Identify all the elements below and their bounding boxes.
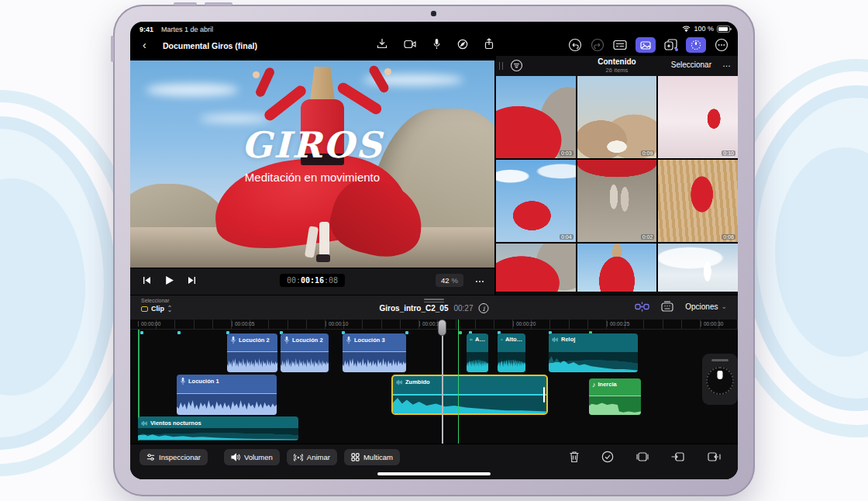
more-icon[interactable] — [715, 38, 728, 52]
keyframe-marker — [405, 331, 408, 334]
animate-label: Animar — [307, 453, 330, 461]
timeline-clip-alto[interactable]: Alto… — [498, 333, 525, 372]
animate-button[interactable]: Animar — [287, 449, 337, 465]
import-icon[interactable] — [377, 38, 388, 50]
media-thumbnail[interactable] — [658, 244, 738, 292]
clip-label: Vientos nocturnos — [150, 420, 202, 427]
skimmer-line — [458, 320, 459, 444]
wifi-icon — [682, 26, 691, 32]
volume-automation-line[interactable] — [393, 394, 546, 396]
media-thumbnail[interactable] — [577, 244, 657, 292]
media-thumbnail[interactable] — [496, 244, 576, 292]
timeline-clip-inercia[interactable]: ♪Inercia — [589, 378, 641, 415]
clip-duration-badge: 0:04 — [560, 234, 574, 240]
keyframe-marker — [177, 331, 181, 334]
timeline-clip-locucion1[interactable]: Locución 1 — [177, 375, 277, 415]
viewer-overlay-title: GIROS — [130, 124, 494, 166]
media-grid: 0:03 0:09 0:10 0:04 0:02 0:06 — [496, 76, 738, 292]
chevron-down-icon: ⌄ — [721, 302, 727, 310]
volume-button[interactable]: Volumen — [224, 449, 280, 465]
media-thumbnail[interactable]: 0:03 — [496, 76, 576, 158]
clip-duration-badge: 0:09 — [641, 150, 655, 156]
overwrite-edit-icon[interactable] — [636, 451, 649, 462]
status-bar: 9:41 Martes 1 de abril 100 % — [130, 22, 738, 36]
clip-label: Locución 1 — [188, 378, 219, 385]
timeline-panel[interactable]: 00:00:00 00:00:05 00:00:10 00:00:15 00:0… — [130, 320, 738, 444]
clip-selection-icon — [141, 306, 148, 312]
app-screen: 9:41 Martes 1 de abril 100 % ‹ Documenta… — [130, 22, 738, 479]
zoom-unit: % — [452, 276, 458, 285]
titles-icon[interactable] — [613, 40, 627, 50]
ruler-label: 00:00:05 — [232, 321, 254, 327]
jog-dial[interactable] — [706, 367, 734, 395]
music-note-icon: ♪ — [592, 382, 596, 388]
bottom-toolbar: Inspeccionar Volumen Animar Multicam — [130, 444, 738, 479]
undo-icon[interactable] — [568, 38, 582, 52]
app-toolbar: ‹ Documental Giros (final) — [130, 36, 738, 56]
effects-button[interactable] — [664, 39, 677, 51]
record-voiceover-icon[interactable] — [457, 39, 468, 50]
trash-icon[interactable] — [569, 451, 580, 463]
viewer-zoom-control[interactable]: 42% — [436, 274, 463, 287]
inspect-button[interactable]: Inspeccionar — [140, 449, 208, 465]
browser-more-icon[interactable]: … — [722, 59, 732, 68]
home-indicator[interactable] — [377, 472, 491, 475]
viewer-more-icon[interactable] — [474, 276, 485, 287]
clip-duration-badge: 0:06 — [722, 234, 735, 240]
volume-label: Volumen — [244, 453, 273, 461]
select-caption: Seleccionar — [141, 298, 172, 303]
info-icon[interactable]: i — [478, 303, 488, 313]
clip-label: Inercia — [598, 381, 617, 388]
timecode-display[interactable]: 00:00:16:08 — [280, 274, 345, 287]
media-thumbnail[interactable]: 0:04 — [496, 160, 576, 242]
options-button[interactable]: Opciones ⌄ — [685, 302, 727, 311]
magnetic-timeline-icon[interactable] — [635, 302, 649, 312]
timeline-clip-reloj[interactable]: Reloj — [549, 333, 638, 372]
timeline-clip-vientos-nocturnos[interactable]: Vientos nocturnos — [138, 416, 298, 441]
clip-label: Locución 3 — [354, 337, 385, 344]
back-chevron-icon[interactable]: ‹ — [143, 39, 146, 51]
status-time: 9:41 — [140, 26, 153, 33]
trim-handle[interactable] — [543, 387, 546, 402]
effects-badge-dot — [675, 48, 678, 51]
media-thumbnail[interactable]: 0:06 — [658, 160, 738, 242]
playhead-line[interactable] — [442, 320, 443, 444]
append-edit-icon[interactable] — [707, 451, 721, 462]
timeline-header-bar: Seleccionar Clip ⌃⌄ Giros_intro_C2_05 00… — [130, 295, 738, 320]
previous-frame-icon[interactable] — [143, 276, 151, 285]
share-icon[interactable] — [484, 38, 494, 50]
clip-label: A… — [475, 336, 485, 343]
timeline-clip-zumbido-selected[interactable]: Zumbido — [391, 375, 548, 415]
insert-edit-icon[interactable] — [671, 451, 685, 462]
jog-grip-bar — [711, 359, 728, 361]
ruler-label: 00:00:10 — [326, 321, 348, 327]
timeline-clip-locucion2b[interactable]: Locución 2 — [281, 333, 329, 372]
play-icon[interactable] — [164, 275, 174, 285]
clip-duration-badge: 0:10 — [722, 150, 735, 156]
next-frame-icon[interactable] — [188, 276, 196, 285]
select-button[interactable]: Seleccionar — [671, 60, 711, 69]
complete-checkmark-icon[interactable] — [601, 451, 614, 463]
microphone-icon[interactable] — [432, 38, 441, 50]
timeline-ruler[interactable]: 00:00:00 00:00:05 00:00:10 00:00:15 00:0… — [130, 320, 738, 330]
clip-duration-badge: 0:03 — [560, 150, 574, 156]
timeline-clip-a[interactable]: A… — [467, 333, 488, 372]
timeline-clip-locucion3[interactable]: Locución 3 — [343, 333, 406, 372]
video-viewer[interactable]: GIROS Meditación en movimiento — [130, 60, 494, 268]
media-thumbnail[interactable]: 0:10 — [658, 76, 738, 158]
multicam-button[interactable]: Multicam — [344, 449, 400, 465]
jog-wheel-button[interactable] — [686, 37, 706, 53]
playhead-handle[interactable] — [438, 320, 446, 336]
camera-icon[interactable] — [404, 40, 416, 49]
transport-bar: 00:00:16:08 42% — [130, 268, 494, 295]
timeline-clip-locucion2[interactable]: Locución 2 — [227, 333, 277, 372]
jog-wheel-widget[interactable] — [702, 354, 738, 405]
clip-stack-icon[interactable] — [660, 301, 674, 312]
cloud — [146, 84, 239, 96]
clip-duration-badge: 0:02 — [641, 234, 655, 240]
media-thumbnail[interactable]: 0:02 — [577, 160, 657, 242]
selection-mode-control[interactable]: Clip ⌃⌄ — [141, 305, 172, 313]
media-thumbnail[interactable]: 0:09 — [577, 76, 657, 158]
media-browser-button[interactable] — [636, 37, 656, 53]
keyframe-marker — [140, 331, 143, 334]
